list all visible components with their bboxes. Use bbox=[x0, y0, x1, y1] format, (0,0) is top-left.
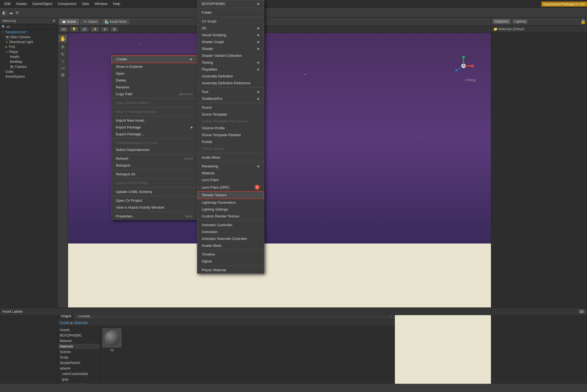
ctx-properties[interactable]: Properties... Alt+P bbox=[111, 213, 197, 220]
hierarchy-menu-icon[interactable]: ≡ bbox=[53, 18, 55, 23]
ctx-import-package[interactable]: Import Package ▶ bbox=[111, 124, 197, 131]
ctx-open-csharp[interactable]: Open C# Project bbox=[111, 197, 197, 204]
ctx-reimport[interactable]: Reimport bbox=[111, 162, 197, 169]
ctx2-csharp[interactable]: C# Script bbox=[197, 18, 264, 25]
assets-sidebar-item-halfcustomizible[interactable]: halfcustomizible bbox=[58, 382, 100, 384]
tab-inspector[interactable]: Inspector bbox=[492, 19, 511, 24]
ctx2-audiomixer[interactable]: Audio Mixer bbox=[197, 154, 264, 161]
ctx2-animatorcontroller[interactable]: Animator Controller bbox=[197, 222, 264, 228]
ctx2-material[interactable]: Material bbox=[197, 170, 264, 177]
rotate-tool[interactable]: ↻ bbox=[61, 52, 64, 57]
ctx2-lightmapparams[interactable]: Lightmap Parameters bbox=[197, 199, 264, 206]
ctx-export-package[interactable]: Export Package... bbox=[111, 131, 197, 138]
ctx-rename[interactable]: Rename bbox=[111, 84, 197, 91]
hierarchy-item-player[interactable]: ▼ Player bbox=[0, 49, 57, 54]
ctx2-text[interactable]: Text ▶ bbox=[197, 88, 264, 95]
hierarchy-item-eventsystem[interactable]: EventSystem bbox=[0, 74, 57, 79]
assets-sidebar-item-simplepixelui[interactable]: SimplePixelUI bbox=[58, 360, 100, 366]
ctx-view-import-activity[interactable]: View in Import Activity Window bbox=[111, 204, 197, 211]
ctx2-playables[interactable]: Playables ▶ bbox=[197, 66, 264, 73]
ctx2-lensflaresrp[interactable]: Lens Flare (SRP) 2 bbox=[197, 183, 264, 191]
ctx-select-dependencies[interactable]: Select Dependencies bbox=[111, 146, 197, 153]
ctx2-2d[interactable]: 2D ▶ bbox=[197, 25, 264, 32]
menu-item-assets[interactable]: Assets bbox=[14, 1, 29, 6]
ctx2-shadervariant[interactable]: Shader Variant Collection bbox=[197, 52, 264, 59]
assets-sidebar-item-artwork[interactable]: artwork bbox=[58, 366, 100, 371]
scene-light-btn[interactable]: 💡 bbox=[70, 27, 78, 32]
ctx2-shadergraph[interactable]: Shader Graph ▶ bbox=[197, 38, 264, 45]
ctx-update-uxml[interactable]: Update UXML Schema bbox=[111, 188, 197, 195]
ctx2-avatarmask[interactable]: Avatar Mask bbox=[197, 242, 264, 249]
asset-item-tv[interactable]: TV bbox=[102, 328, 122, 352]
hierarchy-item-directionallight[interactable]: ☀ Directional Light bbox=[0, 40, 57, 44]
ctx2-visualscripting[interactable]: Visual Scripting ▶ bbox=[197, 32, 264, 38]
scale-tool[interactable]: ⤡ bbox=[61, 58, 64, 64]
hierarchy-item-tvg[interactable]: ▶ TVG bbox=[0, 44, 57, 49]
ctx2-scenetemplatepipeline[interactable]: Scene Template Pipeline bbox=[197, 131, 264, 138]
ctx2-folder[interactable]: Folder bbox=[197, 9, 264, 16]
rect-tool[interactable]: ▭ bbox=[61, 65, 65, 71]
ctx2-animatoroverride[interactable]: Animator Override Controller bbox=[197, 235, 264, 242]
ctx2-lightingsettings[interactable]: Lighting Settings bbox=[197, 206, 264, 213]
assets-sidebar-item-material[interactable]: Material bbox=[58, 338, 100, 344]
ctx2-volumeprofile[interactable]: Volume Profile bbox=[197, 125, 264, 131]
ctx-delete[interactable]: Delete bbox=[111, 77, 197, 84]
ctx2-customrendertexture[interactable]: Custom Render Texture bbox=[197, 213, 264, 220]
tab-scene[interactable]: 🏔 Scene bbox=[59, 18, 80, 25]
ctx-import-new-asset[interactable]: Import New Asset... bbox=[111, 117, 197, 124]
ctx2-rendering[interactable]: Rendering ▶ bbox=[197, 163, 264, 170]
hierarchy-item-samplescene[interactable]: ▼ SampleScene* ⋮ bbox=[0, 30, 57, 35]
ctx2-animation[interactable]: Animation bbox=[197, 228, 264, 235]
scene-view-btn[interactable]: 2D bbox=[59, 27, 68, 32]
scene-fx-btn[interactable]: ✨ bbox=[91, 27, 99, 32]
assets-root[interactable]: Assets bbox=[60, 321, 70, 325]
ctx2-scene[interactable]: Scene bbox=[197, 104, 264, 111]
ctx-refresh[interactable]: Refresh Ctrl+R bbox=[111, 155, 197, 162]
scene-menu-icon[interactable]: ⋮ bbox=[52, 30, 55, 34]
ctx2-assemblydef[interactable]: Assembly Definition bbox=[197, 73, 264, 80]
scene-grid-btn[interactable]: ⊞ bbox=[111, 27, 118, 32]
ctx-create[interactable]: Create ▶ bbox=[111, 55, 197, 63]
hierarchy-item-minimap[interactable]: MiniMap bbox=[0, 59, 57, 64]
assets-sidebar-item-assets[interactable]: Assets bbox=[58, 327, 100, 333]
ctx-open[interactable]: Open bbox=[111, 70, 197, 77]
scene-audio-btn[interactable]: 🔊 bbox=[80, 27, 89, 32]
ctx2-boxophobic[interactable]: BOXOPHOBIC ▶ bbox=[197, 0, 264, 7]
hierarchy-item-health[interactable]: Health bbox=[0, 54, 57, 59]
assets-sidebar-item-boxophobic[interactable]: BOXOPHOBIC bbox=[58, 333, 100, 338]
assets-sidebar-item-scenes[interactable]: Scenes bbox=[58, 349, 100, 355]
ctx-reimport-all[interactable]: Reimport All bbox=[111, 171, 197, 178]
menu-item-help[interactable]: Help bbox=[111, 1, 122, 6]
assets-sidebar-item-script[interactable]: Script bbox=[58, 355, 100, 360]
ctx-show-in-explorer[interactable]: Show in Explorer bbox=[111, 63, 197, 70]
tab-assetstore[interactable]: 🏪 Asset Store bbox=[101, 18, 130, 25]
ctx2-timeline[interactable]: Timeline bbox=[197, 251, 264, 258]
move-tool[interactable]: ✛ bbox=[61, 44, 65, 50]
menu-item-jobs[interactable]: Jobs bbox=[80, 1, 91, 6]
inspector-lock-icon[interactable]: 🔒 bbox=[580, 19, 586, 24]
assets-sidebar-item-colorcustomizible[interactable]: colorCustomizible bbox=[58, 371, 100, 377]
ctx2-rendertexture[interactable]: Render Texture bbox=[197, 191, 264, 199]
ctx2-textmeshpro[interactable]: TextMeshPro ▶ bbox=[197, 95, 264, 102]
ctx2-scenetemplate[interactable]: Scene Template bbox=[197, 111, 264, 118]
tab-lighting[interactable]: Lighting bbox=[512, 19, 528, 24]
hierarchy-item-cube[interactable]: Cube bbox=[0, 69, 57, 74]
menu-item-edit[interactable]: Edit bbox=[2, 1, 13, 6]
ctx2-shader[interactable]: Shader ▶ bbox=[197, 45, 264, 52]
ctx2-lensflare[interactable]: Lens Flare bbox=[197, 177, 264, 183]
ctx2-prefab[interactable]: Prefab bbox=[197, 138, 264, 145]
transform-tool[interactable]: ⊞ bbox=[61, 72, 64, 77]
hand-tool[interactable]: ✋ bbox=[59, 35, 67, 42]
menu-item-window[interactable]: Window bbox=[92, 1, 109, 6]
ctx2-physicmaterial[interactable]: Physic Material bbox=[197, 267, 264, 273]
tab-game[interactable]: 🎮 Game bbox=[80, 18, 101, 25]
scene-gizmo[interactable] bbox=[453, 55, 474, 77]
cloud-icon[interactable]: ☁ bbox=[9, 10, 13, 15]
hierarchy-item-camera[interactable]: 📷 Camera bbox=[0, 64, 57, 69]
menu-item-component[interactable]: Component bbox=[55, 1, 78, 6]
assets-materials[interactable]: Materials bbox=[74, 321, 88, 325]
assets-sidebar-item-gray[interactable]: gray bbox=[58, 377, 100, 382]
scene-hidden-btn[interactable]: 👁 bbox=[101, 27, 109, 32]
settings-icon[interactable]: ⚙ bbox=[15, 10, 19, 15]
hierarchy-item-maincamera[interactable]: 📷 Main Camera bbox=[0, 35, 57, 40]
